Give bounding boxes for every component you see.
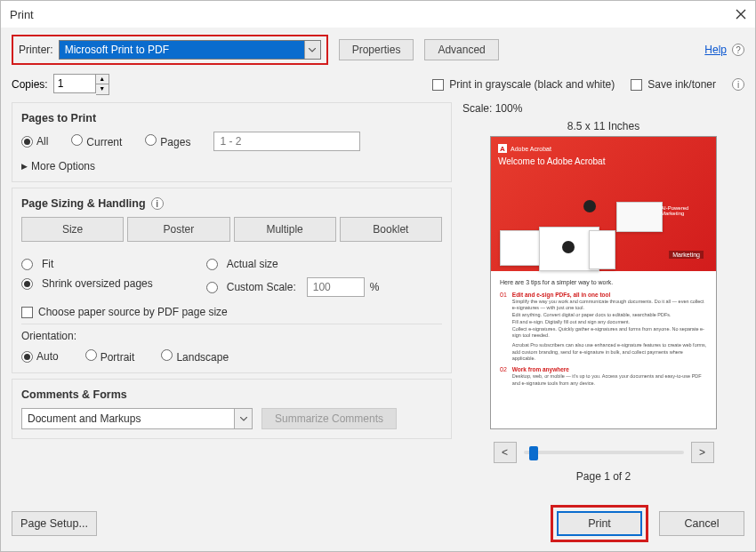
fit-radio[interactable] xyxy=(21,259,33,270)
close-icon[interactable] xyxy=(736,9,746,20)
doc-title: Welcome to Adobe Acrobat xyxy=(498,156,709,166)
copies-up-button[interactable]: ▲ xyxy=(96,75,109,84)
item-title: Edit and e-sign PDFs, all in one tool xyxy=(512,291,707,299)
preview-next-button[interactable]: > xyxy=(691,442,714,463)
orientation-auto-radio[interactable] xyxy=(21,351,33,363)
copies-down-button[interactable]: ▼ xyxy=(96,84,109,94)
slider-thumb[interactable] xyxy=(529,446,538,460)
more-options-toggle[interactable]: ▶ More Options xyxy=(21,160,442,172)
item-desc: Fill and e-sign. Digitally fill out and … xyxy=(512,319,707,326)
pages-to-print-heading: Pages to Print xyxy=(21,112,442,124)
item-desc: Simplify the way you work and communicat… xyxy=(512,299,707,312)
preview-prev-button[interactable]: < xyxy=(494,442,517,463)
scale-label: Scale: 100% xyxy=(462,102,744,115)
chevron-down-icon xyxy=(234,409,252,428)
item-desc: Desktop, web, or mobile — it's up to you… xyxy=(512,373,707,387)
pages-all-label: All xyxy=(36,135,48,148)
pages-range-input[interactable] xyxy=(213,132,360,151)
sizing-heading: Page Sizing & Handling xyxy=(21,197,146,210)
shrink-label: Shrink oversized pages xyxy=(42,277,153,290)
actual-radio[interactable] xyxy=(206,259,218,270)
page-indicator: Page 1 of 2 xyxy=(462,470,744,483)
pages-range-label: Pages xyxy=(160,136,190,148)
printer-select-value: Microsoft Print to PDF xyxy=(65,44,169,56)
item-desc: Edit anything. Convert digital or paper … xyxy=(512,312,707,319)
item-num: 01 xyxy=(500,292,507,298)
print-preview: AAdobe Acrobat Welcome to Adobe Acrobat … xyxy=(490,136,717,429)
info-icon[interactable]: i xyxy=(732,78,744,91)
grayscale-checkbox[interactable] xyxy=(432,79,444,91)
pages-current-label: Current xyxy=(86,136,122,148)
advanced-button[interactable]: Advanced xyxy=(424,39,498,60)
print-highlight: Print xyxy=(551,505,648,542)
pages-range-radio[interactable] xyxy=(145,134,157,146)
choose-paper-label: Choose paper source by PDF page size xyxy=(38,306,228,318)
custom-scale-radio[interactable] xyxy=(206,282,218,293)
item-desc: Collect e-signatures. Quickly gather e-s… xyxy=(512,326,707,340)
page-setup-button[interactable]: Page Setup... xyxy=(12,511,97,536)
more-options-label: More Options xyxy=(31,160,95,172)
pages-current-radio[interactable] xyxy=(71,134,83,146)
comments-heading: Comments & Forms xyxy=(21,388,442,401)
pages-all-radio[interactable] xyxy=(21,136,33,148)
window-title: Print xyxy=(10,8,736,21)
size-button[interactable]: Size xyxy=(21,217,124,242)
poster-button[interactable]: Poster xyxy=(127,217,229,242)
ai-label: AI-Powered Marketing xyxy=(661,205,700,216)
percent-label: % xyxy=(370,281,380,293)
doc-lead: Here are 3 tips for a simpler way to wor… xyxy=(500,278,707,287)
preview-slider[interactable] xyxy=(524,451,684,454)
booklet-button[interactable]: Booklet xyxy=(340,217,442,242)
choose-paper-checkbox[interactable] xyxy=(21,307,33,318)
dimensions-label: 8.5 x 11 Inches xyxy=(462,120,744,132)
shrink-radio[interactable] xyxy=(21,278,33,290)
save-ink-label: Save ink/toner xyxy=(647,78,716,91)
acrobat-logo: AAdobe Acrobat xyxy=(498,144,709,153)
comments-select[interactable]: Document and Markups xyxy=(21,408,253,429)
copies-label: Copies: xyxy=(12,78,48,91)
copies-input[interactable] xyxy=(53,74,96,93)
marketing-tag: Marketing xyxy=(669,251,704,259)
info-icon[interactable]: i xyxy=(151,197,164,210)
orientation-landscape-label: Landscape xyxy=(176,351,229,364)
orientation-heading: Orientation: xyxy=(21,330,442,342)
multiple-button[interactable]: Multiple xyxy=(234,217,336,242)
chevron-down-icon xyxy=(304,41,320,59)
summarize-comments-button: Summarize Comments xyxy=(261,408,397,429)
orientation-portrait-radio[interactable] xyxy=(85,349,97,361)
print-button[interactable]: Print xyxy=(557,511,642,536)
properties-button[interactable]: Properties xyxy=(339,39,414,60)
brand-label: Adobe Acrobat xyxy=(511,146,551,152)
item-desc: Acrobat Pro subscribers can also use enh… xyxy=(512,342,707,363)
help-link[interactable]: Help xyxy=(704,44,727,56)
orientation-portrait-label: Portrait xyxy=(101,351,135,364)
printer-select[interactable]: Microsoft Print to PDF xyxy=(59,40,321,60)
actual-label: Actual size xyxy=(227,258,278,270)
cancel-button[interactable]: Cancel xyxy=(659,511,744,536)
printer-label: Printer: xyxy=(19,44,53,56)
item-num: 02 xyxy=(500,366,507,372)
save-ink-checkbox[interactable] xyxy=(631,79,642,91)
printer-highlight: Printer: Microsoft Print to PDF xyxy=(12,35,328,65)
grayscale-label: Print in grayscale (black and white) xyxy=(449,78,615,91)
custom-scale-label: Custom Scale: xyxy=(227,281,296,293)
help-icon[interactable]: ? xyxy=(732,44,744,56)
custom-scale-input[interactable] xyxy=(307,277,365,297)
orientation-auto-label: Auto xyxy=(36,350,59,363)
triangle-right-icon: ▶ xyxy=(21,162,28,171)
comments-select-value: Document and Markups xyxy=(28,412,141,425)
fit-label: Fit xyxy=(42,258,53,270)
item-title: Work from anywhere xyxy=(512,365,707,373)
orientation-landscape-radio[interactable] xyxy=(161,349,173,361)
